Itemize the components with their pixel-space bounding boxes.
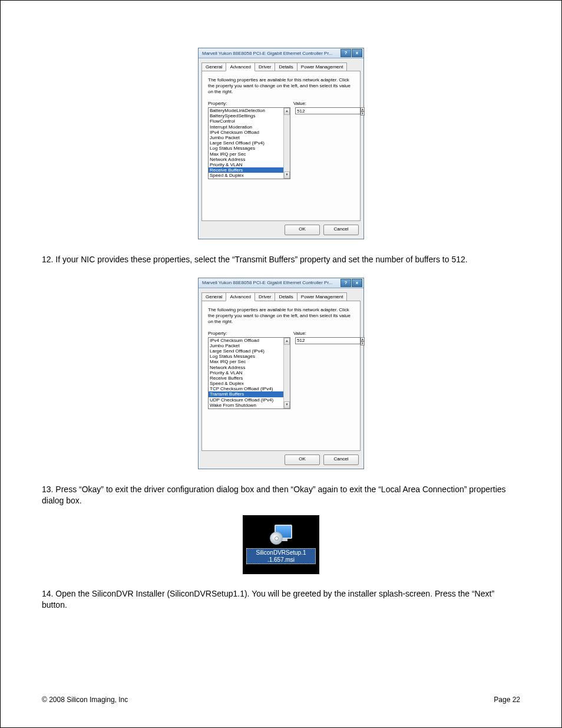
step-14-text: 14. Open the SiliconDVR Installer (Silic…: [42, 588, 520, 611]
tab-details[interactable]: Details: [275, 62, 297, 71]
list-item[interactable]: Priority & VLAN: [209, 162, 290, 167]
dialog1-titlebar[interactable]: Marvell Yukon 88E8058 PCI-E Gigabit Ethe…: [199, 48, 363, 58]
list-item[interactable]: IPv4 Checksum Offload: [209, 130, 290, 135]
list-item[interactable]: BatterySpeedSettings: [209, 113, 290, 118]
list-item[interactable]: Priority & VLAN: [209, 370, 290, 375]
list-item[interactable]: Log Status Messages: [209, 146, 290, 151]
tab-general[interactable]: General: [201, 62, 226, 71]
installer-icon: [270, 525, 292, 545]
ok-button[interactable]: OK: [285, 225, 320, 235]
spin-up-icon[interactable]: ▲: [361, 337, 365, 341]
spin-up-icon[interactable]: ▲: [361, 107, 365, 111]
msi-icon-wrap: SiliconDVRSetup.1 .1.657.msi: [42, 515, 520, 574]
dialog1-instruction: The following properties are available f…: [208, 77, 354, 95]
page-number: Page 22: [494, 696, 520, 704]
step-12-text: 12. If your NIC provides these propertie…: [42, 254, 520, 266]
list-item[interactable]: Speed & Duplex: [209, 381, 290, 386]
dialog1-tabs: General Advanced Driver Details Power Ma…: [199, 58, 363, 71]
tab-power-management[interactable]: Power Management: [297, 62, 348, 71]
close-icon[interactable]: x: [352, 49, 362, 57]
dialog1-wrap: Marvell Yukon 88E8058 PCI-E Gigabit Ethe…: [42, 48, 520, 239]
dialog2-tabpanel: The following properties are available f…: [201, 301, 361, 451]
value-input[interactable]: [295, 107, 361, 114]
copyright-text: © 2008 Silicon Imaging, Inc: [42, 696, 128, 704]
cancel-button[interactable]: Cancel: [323, 225, 359, 235]
scroll-down-icon[interactable]: ▼: [284, 401, 290, 409]
list-item[interactable]: Network Address: [209, 157, 290, 162]
document-page: Marvell Yukon 88E8058 PCI-E Gigabit Ethe…: [0, 0, 562, 728]
tab-general[interactable]: General: [201, 292, 226, 301]
dialog2-wrap: Marvell Yukon 88E8058 PCI-E Gigabit Ethe…: [42, 278, 520, 469]
list-item[interactable]: FlowControl: [209, 118, 290, 124]
spin-down-icon[interactable]: ▼: [361, 341, 365, 345]
list-item[interactable]: Network Address: [209, 365, 290, 370]
cancel-button[interactable]: Cancel: [323, 454, 359, 465]
value-label: Value:: [293, 331, 306, 336]
list-item[interactable]: BatteryModeLinkDetection: [209, 108, 290, 113]
dialog1-tabpanel: The following properties are available f…: [201, 71, 361, 221]
dialog2-title: Marvell Yukon 88E8058 PCI-E Gigabit Ethe…: [202, 280, 340, 285]
page-footer: © 2008 Silicon Imaging, Inc Page 22: [42, 690, 520, 704]
tab-power-management[interactable]: Power Management: [297, 292, 348, 301]
list-item[interactable]: TCP Checksum Offload (IPv4): [209, 178, 290, 179]
list-item[interactable]: Interrupt Moderation: [209, 124, 290, 130]
step-13-text: 13. Press “Okay” to exit the driver conf…: [42, 484, 520, 507]
dialog1-property-listbox[interactable]: BatteryModeLinkDetectionBatterySpeedSett…: [208, 107, 290, 179]
scroll-up-icon[interactable]: ▲: [284, 108, 290, 115]
scroll-down-icon[interactable]: ▼: [284, 172, 290, 179]
disc-icon: [270, 532, 283, 545]
list-item[interactable]: Wake Up Capabilities: [209, 408, 290, 409]
dialog2-titlebar[interactable]: Marvell Yukon 88E8058 PCI-E Gigabit Ethe…: [199, 278, 363, 288]
value-label: Value:: [293, 101, 306, 106]
dialog2-tabs: General Advanced Driver Details Power Ma…: [199, 288, 363, 301]
list-item[interactable]: Log Status Messages: [209, 354, 290, 359]
help-icon[interactable]: ?: [340, 279, 351, 287]
tab-driver[interactable]: Driver: [254, 62, 275, 71]
tab-advanced[interactable]: Advanced: [226, 62, 255, 71]
list-item[interactable]: Jumbo Packet: [209, 343, 290, 348]
tab-driver[interactable]: Driver: [254, 292, 275, 301]
scrollbar[interactable]: ▲ ▼: [283, 338, 290, 409]
list-item[interactable]: Max IRQ per Sec: [209, 151, 290, 157]
spin-down-icon[interactable]: ▼: [361, 111, 365, 116]
ok-button[interactable]: OK: [285, 454, 320, 465]
close-icon[interactable]: x: [352, 279, 362, 287]
list-item[interactable]: Large Send Offload (IPv4): [209, 348, 290, 354]
list-item[interactable]: UDP Checksum Offload (IPv4): [209, 397, 290, 403]
dialog2-instruction: The following properties are available f…: [208, 307, 354, 325]
page-content: Marvell Yukon 88E8058 PCI-E Gigabit Ethe…: [42, 36, 520, 690]
tab-advanced[interactable]: Advanced: [226, 292, 255, 301]
value-spinner[interactable]: ▲ ▼: [295, 337, 354, 345]
nic-properties-dialog-2: Marvell Yukon 88E8058 PCI-E Gigabit Ethe…: [198, 278, 364, 469]
value-input[interactable]: [295, 337, 361, 344]
nic-properties-dialog-1: Marvell Yukon 88E8058 PCI-E Gigabit Ethe…: [198, 48, 364, 239]
scrollbar[interactable]: ▲ ▼: [283, 108, 290, 179]
msi-filename-label: SiliconDVRSetup.1 .1.657.msi: [246, 548, 316, 564]
dialog2-property-listbox[interactable]: IPv4 Checksum OffloadJumbo PacketLarge S…: [208, 337, 290, 409]
property-label: Property:: [208, 101, 293, 106]
list-item[interactable]: Receive Buffers: [209, 375, 290, 381]
tab-details[interactable]: Details: [275, 292, 297, 301]
help-icon[interactable]: ?: [340, 49, 351, 57]
list-item[interactable]: Transmit Buffers: [209, 391, 290, 397]
property-label: Property:: [208, 331, 293, 336]
list-item[interactable]: TCP Checksum Offload (IPv4): [209, 386, 290, 391]
list-item[interactable]: Large Send Offload (IPv4): [209, 140, 290, 146]
list-item[interactable]: Jumbo Packet: [209, 135, 290, 140]
list-item[interactable]: IPv4 Checksum Offload: [209, 338, 290, 343]
value-spinner[interactable]: ▲ ▼: [295, 107, 354, 116]
scroll-up-icon[interactable]: ▲: [284, 338, 290, 345]
list-item[interactable]: Wake From Shutdown: [209, 403, 290, 408]
dialog1-title: Marvell Yukon 88E8058 PCI-E Gigabit Ethe…: [202, 51, 340, 56]
msi-desktop-icon[interactable]: SiliconDVRSetup.1 .1.657.msi: [243, 515, 319, 574]
list-item[interactable]: Speed & Duplex: [209, 173, 290, 178]
list-item[interactable]: Receive Buffers: [209, 167, 290, 173]
list-item[interactable]: Max IRQ per Sec: [209, 359, 290, 364]
